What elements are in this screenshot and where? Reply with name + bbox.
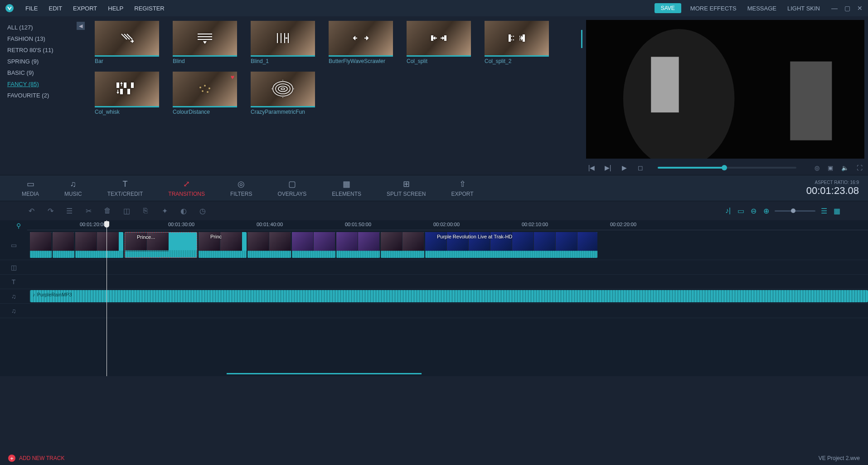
menu-register[interactable]: REGISTER bbox=[129, 2, 170, 15]
undo-icon[interactable]: ↶ bbox=[27, 207, 35, 215]
clip-waveform bbox=[30, 251, 52, 258]
track-head-video-icon[interactable]: ▭ bbox=[0, 242, 27, 249]
audio-clip[interactable]: PurpleRainMP3 bbox=[30, 290, 868, 302]
category-favourite[interactable]: FAVOURITE (2) bbox=[7, 90, 81, 101]
transition-crazyparammetricfun[interactable]: CrazyParammetricFun bbox=[251, 72, 315, 115]
tab-split-screen[interactable]: ⊞SPLIT SCREEN bbox=[374, 179, 438, 197]
edit-settings-icon[interactable]: ☰ bbox=[65, 207, 73, 215]
overlay-track-body[interactable] bbox=[27, 260, 868, 274]
maximize-button[interactable]: ▢ bbox=[844, 5, 851, 12]
tab-export[interactable]: ⇧EXPORT bbox=[438, 179, 486, 197]
volume-icon[interactable]: 🔈 bbox=[841, 165, 849, 171]
svg-point-20 bbox=[202, 90, 204, 92]
color-icon[interactable]: ◐ bbox=[179, 207, 188, 215]
close-button[interactable]: ✕ bbox=[856, 5, 863, 12]
cut-icon[interactable]: ✂ bbox=[84, 207, 92, 215]
category-fancy[interactable]: FANCY (85) bbox=[7, 78, 81, 90]
list-view-icon[interactable]: ☰ bbox=[820, 207, 828, 215]
video-clip[interactable] bbox=[247, 232, 291, 258]
playhead[interactable] bbox=[107, 220, 107, 376]
collapse-sidebar-button[interactable]: ◀ bbox=[77, 22, 85, 30]
zoom-in-icon[interactable]: ⊕ bbox=[762, 207, 770, 215]
tab-text[interactable]: TTEXT/CREDIT bbox=[95, 179, 156, 197]
menu-more-effects[interactable]: MORE EFFECTS bbox=[685, 2, 742, 15]
speed-icon[interactable]: ◷ bbox=[199, 207, 207, 215]
transition-col_split[interactable]: Col_split bbox=[407, 21, 471, 64]
playback-slider-handle[interactable] bbox=[722, 165, 727, 170]
record-voiceover-icon[interactable]: ◎ bbox=[815, 165, 820, 171]
transition-bar[interactable]: Bar bbox=[95, 21, 159, 64]
add-new-track-button[interactable]: + ADD NEW TRACK bbox=[8, 455, 64, 462]
zoom-slider[interactable] bbox=[775, 210, 815, 212]
video-clip[interactable]: Purple Revolution Live at Trak-HD bbox=[425, 232, 597, 258]
tab-music[interactable]: ♫MUSIC bbox=[52, 179, 95, 197]
minimize-button[interactable]: — bbox=[831, 5, 838, 12]
menu-message[interactable]: MESSAGE bbox=[742, 2, 782, 15]
timeline-ruler[interactable]: 00:01:20:0000:01:30:0000:01:40:0000:01:5… bbox=[27, 220, 868, 230]
category-fashion[interactable]: FASHION (13) bbox=[7, 33, 81, 44]
track-head-audio-icon[interactable]: ♫ bbox=[0, 293, 27, 300]
category-basic[interactable]: BASIC (9) bbox=[7, 67, 81, 78]
menu-file[interactable]: FILE bbox=[20, 2, 43, 15]
detach-icon[interactable]: ⎘ bbox=[141, 207, 150, 215]
video-clip[interactable] bbox=[75, 232, 123, 258]
snapshot-icon[interactable]: ▣ bbox=[828, 165, 833, 171]
video-clip[interactable] bbox=[292, 232, 335, 258]
playback-slider[interactable] bbox=[658, 167, 796, 169]
panel-divider[interactable] bbox=[581, 30, 582, 48]
menu-export[interactable]: EXPORT bbox=[68, 2, 102, 15]
crop-icon[interactable]: ◫ bbox=[122, 207, 131, 215]
transition-colourdistance[interactable]: ♥ColourDistance bbox=[173, 72, 237, 115]
audio-track-body[interactable]: PurpleRainMP3 bbox=[27, 289, 868, 303]
tab-overlays[interactable]: ▢OVERLAYS bbox=[265, 179, 319, 197]
timeline: ⚲ 00:01:20:0000:01:30:0000:01:40:0000:01… bbox=[0, 220, 868, 376]
category-all[interactable]: ALL (127) bbox=[7, 22, 81, 33]
audio-mixer-icon[interactable]: ♪| bbox=[724, 207, 732, 215]
video-track-body[interactable]: Prince...PrincPurple Revolution Live at … bbox=[27, 230, 868, 260]
video-clip[interactable]: Princ bbox=[199, 232, 247, 258]
magic-icon[interactable]: ✦ bbox=[160, 207, 169, 215]
video-clip[interactable]: Prince... bbox=[125, 232, 197, 258]
tab-transitions[interactable]: ⤢TRANSITIONS bbox=[155, 179, 218, 197]
transition-blind_1[interactable]: Blind_1 bbox=[251, 21, 315, 64]
text-track-body[interactable] bbox=[27, 275, 868, 289]
tab-media[interactable]: ▭MEDIA bbox=[9, 179, 52, 197]
menu-edit[interactable]: EDIT bbox=[43, 2, 68, 15]
tab-filters[interactable]: ◎FILTERS bbox=[218, 179, 265, 197]
menu-help[interactable]: HELP bbox=[102, 2, 129, 15]
category-spring[interactable]: SPRING (9) bbox=[7, 56, 81, 67]
prev-frame-button[interactable]: |◀ bbox=[588, 164, 595, 171]
markers-icon[interactable]: ▭ bbox=[737, 207, 745, 215]
save-button[interactable]: SAVE bbox=[655, 3, 681, 13]
track-head-audio2-icon[interactable]: ♫ bbox=[0, 307, 27, 315]
snap-icon[interactable]: ⚲ bbox=[16, 222, 21, 229]
favourite-heart-icon[interactable]: ♥ bbox=[231, 73, 234, 81]
video-clip[interactable] bbox=[381, 232, 424, 258]
transition-col_split_2[interactable]: Col_split_2 bbox=[485, 21, 549, 64]
stop-button[interactable]: ◻ bbox=[637, 164, 644, 171]
category-retro80s[interactable]: RETRO 80'S (11) bbox=[7, 44, 81, 56]
track-head-text-icon[interactable]: T bbox=[0, 278, 27, 286]
audio-track-2-body[interactable] bbox=[27, 304, 868, 318]
video-clip[interactable] bbox=[53, 232, 74, 258]
play-button[interactable]: ▶ bbox=[621, 164, 628, 171]
video-clip[interactable] bbox=[336, 232, 380, 258]
delete-icon[interactable]: 🗑 bbox=[103, 207, 112, 215]
track-head-overlay-icon[interactable]: ◫ bbox=[0, 264, 27, 271]
next-frame-button[interactable]: ▶| bbox=[604, 164, 611, 171]
tab-elements[interactable]: ▦ELEMENTS bbox=[319, 179, 374, 197]
transition-butterflywavescrawler[interactable]: ButterFlyWaveScrawler bbox=[329, 21, 393, 64]
preview-controls: |◀ ▶| ▶ ◻ ◎ ▣ 🔈 ⛶ bbox=[582, 160, 868, 175]
music-icon: ♫ bbox=[70, 179, 77, 189]
menu-light-skin[interactable]: LIGHT SKIN bbox=[782, 2, 825, 15]
video-clip[interactable] bbox=[30, 232, 52, 258]
transition-col_whisk[interactable]: Col_whisk bbox=[95, 72, 159, 115]
clip-thumb bbox=[269, 232, 291, 251]
timeline-scrollbar[interactable] bbox=[227, 373, 422, 374]
tab-label: TRANSITIONS bbox=[168, 191, 205, 197]
fullscreen-icon[interactable]: ⛶ bbox=[857, 165, 863, 171]
redo-icon[interactable]: ↷ bbox=[46, 207, 54, 215]
zoom-out-icon[interactable]: ⊖ bbox=[749, 207, 757, 215]
grid-view-icon[interactable]: ▦ bbox=[833, 207, 841, 215]
transition-blind[interactable]: Blind bbox=[173, 21, 237, 64]
